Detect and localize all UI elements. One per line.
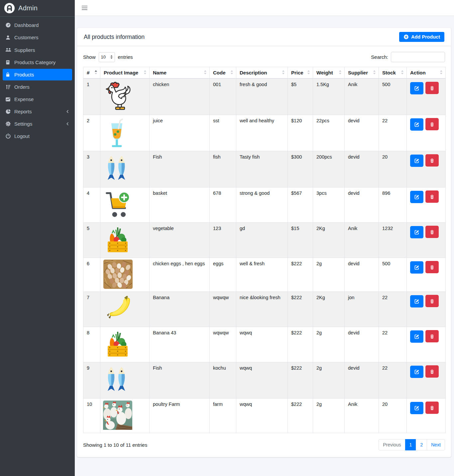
edit-button[interactable] — [410, 226, 423, 238]
product-name: chicken — [150, 78, 210, 115]
edit-button[interactable] — [410, 191, 423, 203]
edit-button[interactable] — [410, 155, 423, 167]
delete-button[interactable] — [425, 261, 439, 273]
vegetables-image — [103, 329, 132, 359]
delete-button[interactable] — [425, 226, 439, 238]
product-stock: 500 — [379, 78, 407, 115]
vegetables-image — [103, 224, 132, 255]
settings-icon — [5, 121, 14, 127]
sidebar-item-reports[interactable]: Reports — [3, 106, 72, 117]
select-arrows-icon — [110, 55, 113, 59]
show-label: Show — [83, 54, 96, 60]
sidebar-item-settings[interactable]: Settings — [3, 118, 72, 130]
products-icon — [5, 72, 14, 77]
table-row: 1chicken001fresh & good$51.5KgAnik500 — [83, 78, 446, 115]
product-supplier: Anik — [345, 223, 379, 258]
fish-image — [103, 153, 130, 184]
product-image-cell — [100, 151, 150, 187]
pagination-next[interactable]: Next — [427, 439, 445, 450]
brand[interactable]: Admin — [0, 0, 75, 17]
column-header-price[interactable]: Price — [288, 67, 313, 79]
edit-button[interactable] — [410, 366, 423, 378]
page-length-select[interactable]: 10 — [99, 52, 115, 62]
delete-button[interactable] — [425, 190, 439, 203]
delete-button[interactable] — [425, 295, 439, 307]
sidebar-item-expense[interactable]: Expense — [3, 93, 72, 105]
column-label: Weight — [316, 70, 333, 75]
sidebar-item-label: Dashboard — [14, 22, 39, 28]
row-number: 9 — [83, 362, 100, 399]
pagination-page-1[interactable]: 1 — [405, 439, 416, 450]
action-cell — [407, 258, 446, 292]
sidebar-item-products[interactable]: Products — [3, 69, 72, 80]
row-number: 1 — [83, 78, 100, 115]
sidebar-item-suppliers[interactable]: Suppliers — [3, 44, 72, 56]
product-stock: 20 — [379, 151, 407, 187]
column-header-product-image[interactable]: Product Image — [100, 67, 150, 79]
sidebar-item-label: Products — [14, 72, 34, 77]
top-navbar — [75, 0, 454, 16]
column-header-code[interactable]: Code — [210, 67, 236, 79]
table-row: 5vegetable123gd$152KgAnik1232 — [83, 223, 446, 258]
product-image-cell — [100, 223, 150, 258]
product-description: wqwq — [236, 399, 288, 433]
edit-button[interactable] — [410, 118, 423, 131]
sidebar-menu: DashboardCustomersSuppliersProducts Cate… — [0, 17, 75, 145]
column-header-name[interactable]: Name — [150, 67, 210, 79]
table-controls: Show 10 entries Search: — [83, 52, 445, 62]
product-price: $5 — [288, 78, 313, 115]
sidebar-item-customers[interactable]: Customers — [3, 32, 72, 43]
column-header-col[interactable]: # — [83, 67, 100, 79]
delete-button[interactable] — [425, 365, 439, 378]
trash-icon — [430, 194, 434, 199]
table-row: 2juicesstwell and healthy$12022pcsdevid2… — [83, 115, 446, 151]
row-number: 5 — [83, 223, 100, 258]
sidebar-item-products-category[interactable]: Products Category — [3, 57, 72, 68]
sidebar-item-logout[interactable]: Logout — [3, 130, 72, 142]
delete-button[interactable] — [425, 402, 439, 414]
product-code: wqwqw — [210, 327, 236, 362]
edit-icon — [414, 334, 419, 339]
product-price: $222 — [288, 327, 313, 362]
product-weight: 22pcs — [313, 115, 345, 151]
add-product-button[interactable]: Add Product — [399, 32, 444, 42]
sidebar-item-label: Settings — [14, 121, 32, 127]
delete-button[interactable] — [425, 330, 439, 342]
column-header-supplier[interactable]: Supplier — [345, 67, 379, 79]
search-group: Search: — [371, 52, 445, 62]
orders-icon — [5, 84, 14, 90]
table-row: 7Bananawqwqwnice &looking fresh$2222Kgjo… — [83, 292, 446, 327]
column-header-description[interactable]: Description — [236, 67, 288, 79]
edit-button[interactable] — [410, 82, 423, 94]
edit-button[interactable] — [410, 402, 423, 414]
edit-icon — [414, 194, 419, 199]
suppliers-icon — [5, 47, 14, 53]
sidebar-item-orders[interactable]: Orders — [3, 81, 72, 93]
column-header-stock[interactable]: Stock — [379, 67, 407, 79]
delete-button[interactable] — [425, 118, 439, 130]
delete-button[interactable] — [425, 82, 439, 94]
product-stock: 20 — [379, 399, 407, 433]
product-name: chicken eggs , hen eggs — [150, 258, 210, 292]
pagination-previous[interactable]: Previous — [379, 439, 405, 450]
sort-icon — [307, 70, 310, 75]
edit-button[interactable] — [410, 261, 423, 274]
sidebar-item-dashboard[interactable]: Dashboard — [3, 19, 72, 31]
sort-icon — [373, 70, 376, 75]
product-stock: 22 — [379, 327, 407, 362]
product-stock: 1232 — [379, 223, 407, 258]
hamburger-menu-icon[interactable] — [82, 6, 87, 10]
product-description: strong & good — [236, 187, 288, 223]
product-image-cell — [100, 78, 150, 115]
delete-button[interactable] — [425, 154, 439, 167]
column-label: Description — [240, 70, 267, 75]
pagination-page-2[interactable]: 2 — [416, 439, 427, 450]
edit-button[interactable] — [410, 295, 423, 307]
column-header-weight[interactable]: Weight — [313, 67, 345, 79]
column-label: Price — [291, 70, 303, 75]
column-header-action[interactable]: Action — [407, 67, 446, 79]
edit-button[interactable] — [410, 330, 423, 343]
action-cell — [407, 223, 446, 258]
trash-icon — [430, 158, 434, 163]
search-input[interactable] — [391, 52, 445, 62]
